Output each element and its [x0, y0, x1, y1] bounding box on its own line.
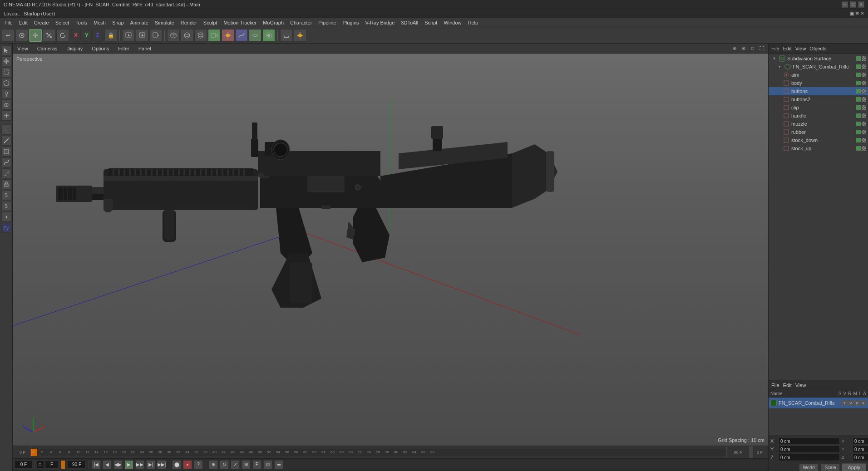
apply-button[interactable]: Apply — [842, 463, 866, 471]
left-tool-polys[interactable] — [1, 147, 11, 157]
om-menu-edit[interactable]: Edit — [783, 46, 792, 51]
transport-play[interactable]: ▶ — [124, 460, 133, 469]
viewport-fullscreen[interactable]: ⛶ — [758, 45, 765, 52]
clip-dot1[interactable] — [856, 105, 861, 110]
stock-up-dot1[interactable] — [856, 146, 861, 151]
tool-deformer[interactable] — [249, 29, 261, 42]
transport-record[interactable]: ⬤ — [172, 460, 181, 469]
viewport-menu-filter[interactable]: Filter — [116, 45, 131, 52]
left-tool-sculpt2[interactable]: ✦ — [1, 212, 11, 222]
left-tool-box[interactable] — [1, 67, 11, 77]
tool-x-axis[interactable]: X — [71, 29, 81, 42]
menu-character[interactable]: Character — [287, 19, 315, 26]
left-tool-edges[interactable] — [1, 136, 11, 146]
viewport-menu-view[interactable]: View — [15, 45, 30, 52]
menu-script[interactable]: Script — [422, 19, 440, 26]
clip-dot2[interactable] — [862, 105, 866, 110]
object-stock-down[interactable]: stock_down — [769, 136, 868, 144]
object-aim[interactable]: aim — [769, 71, 868, 79]
coord-zsize-input[interactable] — [853, 454, 868, 461]
stock-up-dot2[interactable] — [862, 146, 866, 151]
om-menu-view[interactable]: View — [795, 46, 806, 51]
object-buttons[interactable]: buttons — [769, 87, 868, 95]
mini-frame-field[interactable]: C: — [37, 461, 44, 469]
menu-mograph[interactable]: MoGraph — [260, 19, 286, 26]
coord-world-btn[interactable]: World — [799, 464, 819, 471]
playback-end-input[interactable] — [68, 461, 86, 469]
left-tool-spline-tool[interactable] — [1, 157, 11, 167]
left-tool-brush[interactable] — [1, 89, 11, 99]
transport-help[interactable]: ? — [194, 460, 203, 469]
menu-pipeline[interactable]: Pipeline — [316, 19, 339, 26]
menu-tools[interactable]: Tools — [73, 19, 90, 26]
left-tool-tweak[interactable] — [1, 111, 11, 121]
transport-to-end[interactable]: ▶▶| — [157, 460, 166, 469]
coord-scale-btn[interactable]: Scale — [820, 464, 840, 471]
transport-play-back[interactable]: ◀▶ — [113, 460, 123, 469]
handle-dot1[interactable] — [856, 113, 861, 118]
buttons2-dot2[interactable] — [862, 97, 866, 102]
menu-3dtoall[interactable]: 3DToAll — [398, 19, 421, 26]
viewport-menu-cameras[interactable]: Cameras — [35, 45, 59, 52]
viewport-menu-display[interactable]: Display — [64, 45, 84, 52]
tool-rotate[interactable] — [56, 29, 69, 42]
left-tool-move[interactable] — [1, 56, 11, 66]
menu-sculpt[interactable]: Sculpt — [201, 19, 220, 26]
body-dot2[interactable] — [862, 81, 866, 85]
transport-more4[interactable]: ☰ — [274, 460, 283, 469]
aim-dot2[interactable] — [862, 73, 866, 77]
tool-render-to[interactable] — [149, 29, 162, 42]
subdiv-dot-green[interactable] — [856, 56, 861, 61]
aim-dot1[interactable] — [856, 73, 861, 77]
left-tool-knife[interactable] — [1, 168, 11, 178]
left-tool-paint[interactable]: ⊕ — [1, 100, 11, 110]
left-tool-soft[interactable]: S — [1, 201, 11, 211]
left-tool-points[interactable]: ·∷ — [1, 125, 11, 135]
om-menu-objects[interactable]: Objects — [809, 46, 826, 51]
body-dot1[interactable] — [856, 81, 861, 85]
mat-icon-vis[interactable]: V — [848, 400, 853, 406]
left-tool-extrude[interactable] — [1, 179, 11, 189]
tool-mode1[interactable] — [15, 29, 28, 42]
menu-help[interactable]: Help — [465, 19, 481, 26]
mat-icon-tex[interactable]: T — [842, 400, 847, 406]
tool-sphere[interactable] — [181, 29, 193, 42]
timeline-frame-container[interactable]: 0 2 4 6 8 10 12 14 16 18 20 22 24 26 — [31, 449, 726, 456]
transport-scale-tool[interactable]: ⤢ — [231, 460, 240, 469]
menu-animate[interactable]: Animate — [128, 19, 151, 26]
tool-move[interactable] — [29, 29, 42, 42]
current-frame-input[interactable] — [15, 461, 33, 469]
minimize-button[interactable]: ─ — [842, 1, 848, 8]
viewport-nav-icon2[interactable]: ⊗ — [740, 45, 747, 52]
viewport-3d[interactable]: Perspective Grid Spacing : 10 cm Y X Z — [13, 54, 768, 446]
coord-ysize-input[interactable] — [853, 446, 868, 453]
tool-spline[interactable] — [235, 29, 248, 42]
fn-dot2[interactable] — [862, 64, 866, 69]
maximize-button[interactable]: □ — [850, 1, 856, 8]
tool-render-small[interactable] — [122, 29, 135, 42]
transport-more3[interactable]: ⊡ — [263, 460, 272, 469]
left-tool-snap[interactable]: S — [1, 190, 11, 200]
viewport-menu-options[interactable]: Options — [90, 45, 111, 52]
object-body[interactable]: body — [769, 79, 868, 87]
menu-select[interactable]: Select — [53, 19, 72, 26]
muzzle-dot1[interactable] — [856, 122, 861, 126]
menu-snap[interactable]: Snap — [109, 19, 127, 26]
coord-x-input[interactable] — [779, 437, 840, 445]
fn-dot1[interactable] — [856, 64, 861, 69]
tool-cube[interactable] — [167, 29, 180, 42]
menu-edit[interactable]: Edit — [16, 19, 30, 26]
close-button[interactable]: × — [858, 1, 864, 8]
transport-move-tool[interactable]: ⊕ — [209, 460, 218, 469]
tool-camera[interactable] — [208, 29, 221, 42]
viewport-maximize[interactable]: □ — [749, 45, 756, 52]
coord-xsize-input[interactable] — [853, 437, 868, 445]
transport-to-start[interactable]: |◀ — [92, 460, 101, 469]
mat-icon-ren[interactable]: R — [854, 400, 860, 406]
transport-step-fwd[interactable]: ▶| — [146, 460, 155, 469]
tool-render-full[interactable] — [136, 29, 148, 42]
coord-z-input[interactable] — [779, 454, 840, 461]
stock-down-dot1[interactable] — [856, 138, 861, 142]
om-menu-file[interactable]: File — [771, 46, 779, 51]
tool-effector[interactable] — [262, 29, 275, 42]
